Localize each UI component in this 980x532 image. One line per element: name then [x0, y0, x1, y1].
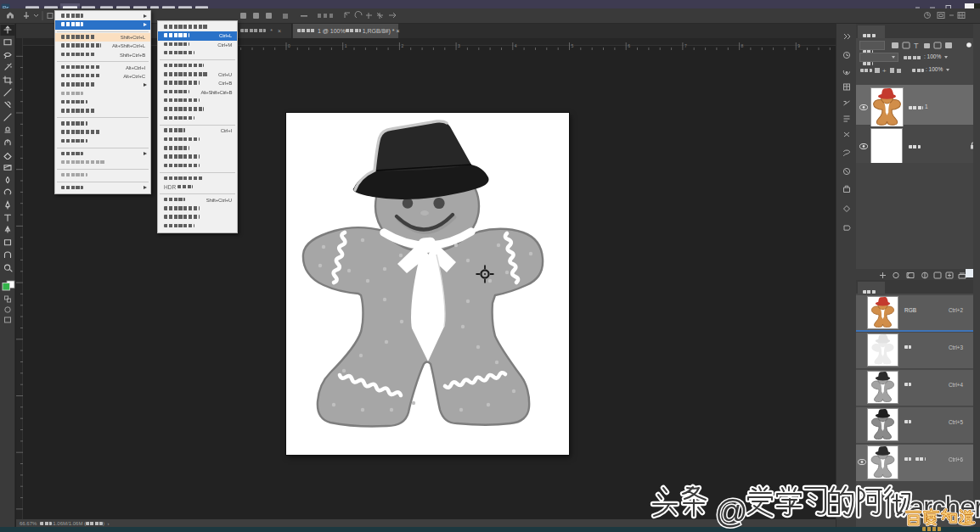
svg-text:9: 9: [797, 43, 800, 48]
svg-text:0: 0: [288, 43, 290, 48]
svg-text:1: 1: [345, 43, 347, 48]
svg-text:2: 2: [401, 43, 403, 48]
svg-text:5: 5: [572, 43, 574, 48]
svg-text:@: @: [715, 494, 748, 529]
svg-text:6: 6: [628, 43, 630, 48]
svg-text:3: 3: [458, 43, 460, 48]
svg-text:T: T: [914, 42, 919, 50]
svg-text:7: 7: [684, 43, 687, 48]
svg-text:8: 8: [741, 43, 744, 48]
svg-text:+: +: [882, 67, 887, 75]
svg-text:4: 4: [515, 43, 517, 48]
